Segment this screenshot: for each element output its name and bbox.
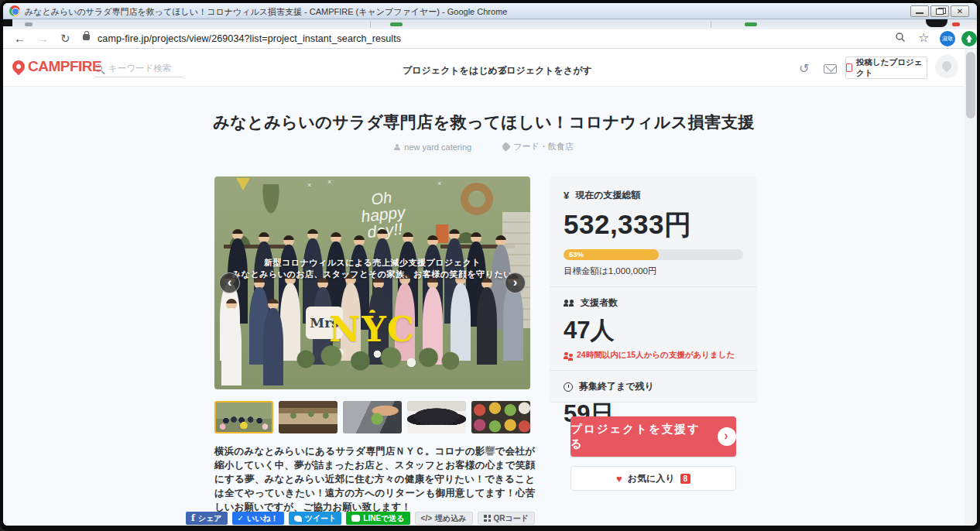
- user-avatar[interactable]: [935, 55, 958, 78]
- support-button-label: プロジェクトを支援する: [571, 422, 710, 451]
- bookmark-star-icon[interactable]: ☆: [918, 30, 929, 46]
- supporters-label-row: 支援者数: [564, 296, 743, 310]
- search-icon: [94, 64, 102, 72]
- tab-favicon-fragment: [390, 22, 403, 26]
- tabstrip-notch-left: [3, 19, 12, 26]
- browser-window: みなとみらいのサラダ専門店を救ってほしい！コロナウィルス損害支援 - CAMPF…: [3, 3, 977, 526]
- restore-button[interactable]: [930, 5, 949, 17]
- twitter-bird-icon: [294, 516, 302, 522]
- nyc-brand-text: NYC: [214, 310, 530, 349]
- project-owner[interactable]: new yard catering: [394, 141, 471, 152]
- forward-icon[interactable]: →: [37, 31, 49, 46]
- back-icon[interactable]: ←: [14, 31, 26, 46]
- tab-separator: [711, 21, 711, 28]
- support-project-button[interactable]: プロジェクトを支援する ›: [571, 416, 736, 457]
- url-bar[interactable]: camp-fire.jp/projects/view/269034?list=p…: [98, 33, 401, 44]
- thumbnail-staff-group[interactable]: [407, 401, 466, 433]
- chrome-logo-icon: [9, 5, 20, 16]
- project-title: みなとみらいのサラダ専門店を救ってほしい！コロナウィルス損害支援: [3, 111, 965, 133]
- divider: [550, 286, 757, 287]
- carousel-next-button[interactable]: ›: [505, 272, 526, 293]
- tab-favicon-fragment: [745, 22, 757, 26]
- person-icon: [394, 144, 400, 150]
- supporters-count: 47人: [564, 314, 743, 347]
- search-input[interactable]: [107, 63, 176, 74]
- image-overlay-text: 新型コロナウィルスによる売上減少支援プロジェクト みなとみらいのお店、スタッフと…: [214, 257, 530, 280]
- tab-strip[interactable]: [3, 19, 977, 29]
- share-buttons: fシェア ✓いいね！ ツイート LINEで送る </>埋め込み QRコード: [214, 512, 535, 525]
- logo-text: CAMPFIRE: [28, 58, 101, 75]
- favorite-count-badge: 8: [680, 474, 691, 484]
- line-share-button[interactable]: LINEで送る: [346, 512, 409, 525]
- project-category[interactable]: フード・飲食店: [502, 141, 574, 152]
- window-titlebar[interactable]: みなとみらいのサラダ専門店を救ってほしい！コロナウィルス損害支援 - CAMPF…: [3, 3, 977, 19]
- mail-icon[interactable]: [824, 64, 837, 74]
- page-scrollbar[interactable]: [965, 49, 977, 526]
- nav-find-project[interactable]: プロジェクトをさがす: [497, 64, 592, 77]
- nav-start-project[interactable]: プロジェクトをはじめる: [403, 64, 507, 77]
- padlock-icon[interactable]: [83, 34, 90, 40]
- hanging-pot: [236, 178, 250, 190]
- reload-icon[interactable]: ↻: [60, 31, 70, 46]
- desktop-window-frame: みなとみらいのサラダ専門店を救ってほしい！コロナウィルス損害支援 - CAMPF…: [0, 0, 980, 531]
- category-name: フード・飲食店: [513, 141, 574, 152]
- main-image-carousel: × × × Oh happy day!! 新型コロナウ: [214, 176, 530, 389]
- recent-supporters-notice: 24時間以内に15人からの支援がありました: [564, 350, 743, 361]
- yen-icon: ¥: [564, 190, 569, 201]
- sparkle-icon: ×: [437, 180, 441, 187]
- thumbnail-strip: [214, 401, 530, 433]
- line-icon: [351, 515, 360, 522]
- history-icon[interactable]: ↺: [799, 61, 809, 76]
- scrollbar-thumb[interactable]: [966, 52, 975, 118]
- sparkle-icon: ×: [307, 181, 311, 189]
- deadline-label-row: 募集終了まで残り: [564, 380, 743, 393]
- thumbnail-salad-bowls[interactable]: [471, 401, 530, 433]
- keyword-search[interactable]: [94, 61, 183, 77]
- tab-favicon-fragment: [25, 22, 33, 26]
- carousel-prev-button[interactable]: ‹: [219, 272, 240, 293]
- owner-name: new yard catering: [404, 142, 471, 152]
- arrow-circle-icon: ›: [718, 427, 736, 446]
- heart-icon: ♥: [616, 473, 622, 485]
- favorite-button[interactable]: ♥ お気に入り 8: [571, 466, 736, 491]
- check-icon: ✓: [238, 514, 244, 522]
- sparkle-icon: ×: [327, 178, 331, 186]
- facebook-like-button[interactable]: ✓いいね！: [232, 512, 284, 525]
- code-icon: </>: [421, 514, 432, 522]
- browser-profile-avatar[interactable]: 淑敬: [940, 31, 955, 46]
- facebook-share-button[interactable]: fシェア: [186, 512, 227, 525]
- qr-code-button[interactable]: QRコード: [478, 512, 535, 525]
- thumbnail-kitchen[interactable]: [343, 401, 402, 433]
- page-content: みなとみらいのサラダ専門店を救ってほしい！コロナウィルス損害支援 new yar…: [3, 87, 965, 526]
- zoom-search-icon[interactable]: [895, 31, 906, 46]
- hanging-plant: [261, 184, 281, 218]
- thumbnail-group-photo-selected[interactable]: [214, 401, 273, 433]
- thumbnail-store-interior[interactable]: [279, 401, 338, 433]
- tabstrip-notch-right: [926, 19, 947, 27]
- wall-wreath: [461, 183, 493, 215]
- minimize-button[interactable]: [910, 5, 929, 17]
- tag-icon: [501, 142, 511, 152]
- total-amount: 532,333円: [564, 207, 743, 243]
- extension-icon[interactable]: [961, 31, 977, 46]
- total-label: 現在の支援総額: [575, 189, 640, 202]
- project-description: 横浜のみなとみらいにあるサラダ専門店ＮＹＣ。コロナの影響で会社が縮小していく中、…: [214, 444, 535, 514]
- people-red-icon: [564, 352, 573, 359]
- campfire-logo[interactable]: CAMPFIRE: [12, 58, 101, 75]
- clock-icon: [564, 382, 573, 392]
- posted-projects-button[interactable]: 投稿したプロジェクト: [845, 57, 927, 79]
- project-meta: new yard catering フード・飲食店: [3, 141, 965, 152]
- overlay-line-1: 新型コロナウィルスによる売上減少支援プロジェクト: [214, 257, 530, 269]
- tab-favicon-fragment: [952, 22, 960, 26]
- overlay-line-2: みなとみらいのお店、スタッフとその家族、お客様の笑顔を守りたい: [214, 269, 530, 280]
- people-icon: [564, 300, 574, 307]
- posted-projects-label: 投稿したプロジェクト: [856, 57, 927, 79]
- tweet-button[interactable]: ツイート: [289, 512, 342, 525]
- tab-separator: [370, 21, 371, 28]
- progress-percent-label: 53%: [569, 250, 584, 259]
- facebook-icon: f: [191, 513, 195, 523]
- window-title: みなとみらいのサラダ専門店を救ってほしい！コロナウィルス損害支援 - CAMPF…: [25, 6, 507, 18]
- flame-icon: [10, 58, 28, 76]
- close-button[interactable]: [951, 5, 969, 17]
- embed-button[interactable]: </>埋め込み: [415, 512, 473, 525]
